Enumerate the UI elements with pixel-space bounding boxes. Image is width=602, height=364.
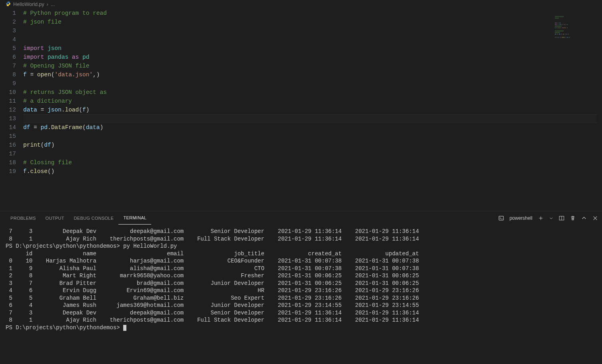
code-line[interactable]: # a dictionary: [23, 97, 602, 105]
split-terminal-dropdown-icon[interactable]: [549, 216, 553, 220]
breadcrumb-filename[interactable]: HelloWorld.py: [13, 2, 44, 7]
terminal-output[interactable]: 7 3 Deepak Dev deepak@gmail.com Senior D…: [0, 225, 602, 331]
code-line[interactable]: [23, 35, 602, 44]
split-terminal-button[interactable]: [559, 215, 564, 221]
panel-tab-output[interactable]: OUTPUT: [41, 211, 69, 225]
line-number: 6: [0, 53, 16, 62]
line-number: 17: [0, 149, 16, 158]
code-line[interactable]: [23, 149, 602, 158]
line-number: 13: [0, 114, 16, 123]
code-editor[interactable]: 12345678910111213141516171819 # Python p…: [0, 9, 602, 211]
line-number: 8: [0, 70, 16, 79]
line-number: 14: [0, 123, 16, 132]
code-line[interactable]: df = pd.DataFrame(data): [23, 123, 602, 132]
panel-tab-problems[interactable]: PROBLEMS: [6, 211, 41, 225]
breadcrumb-trail[interactable]: ...: [51, 2, 55, 7]
line-number: 19: [0, 167, 16, 176]
python-file-icon: [6, 1, 11, 8]
code-line[interactable]: print(df): [23, 141, 602, 149]
code-line[interactable]: [23, 114, 602, 123]
code-line[interactable]: # json file: [23, 18, 602, 26]
panel-tab-debug-console[interactable]: DEBUG CONSOLE: [69, 211, 119, 225]
line-number: 9: [0, 79, 16, 88]
line-number: 11: [0, 97, 16, 105]
line-number: 10: [0, 88, 16, 97]
breadcrumb[interactable]: HelloWorld.py › ...: [0, 0, 602, 9]
panel-tabbar: PROBLEMSOUTPUTDEBUG CONSOLETERMINAL powe…: [0, 211, 602, 225]
panel-actions: powershell: [498, 211, 598, 225]
minimap[interactable]: [555, 16, 599, 40]
code-line[interactable]: # Opening JSON file: [23, 62, 602, 70]
code-line[interactable]: import pandas as pd: [23, 53, 602, 62]
code-line[interactable]: data = json.load(f): [23, 105, 602, 114]
line-gutter: 12345678910111213141516171819: [0, 9, 23, 211]
chevron-right-icon: ›: [47, 2, 48, 7]
code-line[interactable]: # returns JSON object as: [23, 88, 602, 97]
line-number: 16: [0, 141, 16, 149]
code-line[interactable]: # Closing file: [23, 158, 602, 167]
code-line[interactable]: # Python program to read: [23, 9, 602, 18]
line-number: 5: [0, 44, 16, 53]
line-number: 12: [0, 105, 16, 114]
code-line[interactable]: f = open('data.json',): [23, 70, 602, 79]
line-number: 18: [0, 158, 16, 167]
line-number: 15: [0, 132, 16, 141]
code-line[interactable]: import json: [23, 44, 602, 53]
panel-tab-terminal[interactable]: TERMINAL: [118, 211, 151, 225]
line-number: 7: [0, 62, 16, 70]
code-line[interactable]: [23, 26, 602, 35]
line-number: 3: [0, 26, 16, 35]
svg-rect-0: [499, 216, 503, 220]
terminal-cursor: [123, 325, 126, 331]
code-line[interactable]: [23, 132, 602, 141]
line-number: 2: [0, 18, 16, 26]
terminal-shell-name[interactable]: powershell: [510, 215, 532, 221]
terminal-shell-icon: [498, 215, 504, 221]
line-number: 1: [0, 9, 16, 18]
code-line[interactable]: f.close(): [23, 167, 602, 176]
close-panel-button[interactable]: [592, 215, 598, 221]
new-terminal-button[interactable]: [538, 215, 544, 221]
maximize-panel-button[interactable]: [581, 215, 587, 221]
kill-terminal-button[interactable]: [570, 215, 576, 221]
line-number: 4: [0, 35, 16, 44]
code-line[interactable]: [23, 79, 602, 88]
